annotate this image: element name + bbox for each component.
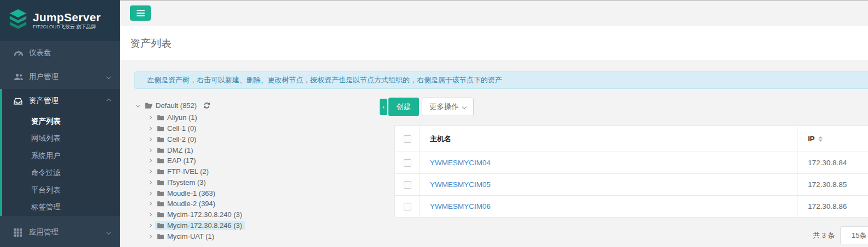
sidebar-toggle-button[interactable]: [130, 5, 151, 21]
row-checkbox[interactable]: [404, 203, 411, 210]
chevron-right-icon[interactable]: [148, 202, 152, 206]
tree-node-selected[interactable]: Mycim-172.30.8.246 (3): [137, 220, 377, 231]
ip-header[interactable]: IP: [798, 126, 868, 152]
chevron-up-icon: [107, 99, 111, 103]
sidebar-item-asset-list[interactable]: 资产列表: [2, 113, 120, 130]
hostname-link[interactable]: YWMESMYCIM05: [430, 180, 491, 189]
folder-icon: [157, 147, 164, 153]
sidebar-item-dashboard[interactable]: 仪表盘: [0, 41, 120, 65]
folder-open-icon: [145, 102, 153, 109]
refresh-icon[interactable]: [203, 102, 210, 109]
tree-node-body[interactable]: EAP (17): [155, 156, 199, 165]
tree-node-label: Mycim-172.30.8.246 (3): [167, 221, 242, 230]
sidebar-item-command-filter[interactable]: 命令过滤: [2, 165, 120, 182]
brand-text: JumpServer FIT2CLOUD飞致云 旗下品牌: [33, 11, 101, 30]
page-size-select[interactable]: 15条: [840, 226, 868, 244]
tree-node-label: Moudle-2 (394): [167, 200, 215, 208]
sidebar-item-asset-management[interactable]: 资产管理: [2, 89, 120, 113]
sidebar-item-domain-list[interactable]: 网域列表: [2, 130, 120, 148]
chevron-right-icon[interactable]: [148, 159, 152, 162]
tree-node-label: EAP (17): [167, 156, 196, 165]
jumpserver-logo-icon: [8, 8, 28, 33]
more-actions-button[interactable]: 更多操作: [422, 98, 474, 116]
chevron-right-icon[interactable]: [148, 213, 152, 216]
tree-node-body[interactable]: Cell-1 (0): [155, 124, 199, 133]
create-button[interactable]: 创建: [388, 98, 419, 116]
tree-node[interactable]: EAP (17): [137, 155, 377, 166]
chevron-down-icon: [107, 230, 111, 234]
chevron-down-icon[interactable]: [136, 103, 140, 107]
tree-node[interactable]: Mycim-172.30.8.240 (3): [137, 209, 377, 220]
tree-node-label: ITsystem (3): [167, 178, 206, 186]
hostname-link[interactable]: YWMESMYCIM04: [430, 159, 491, 167]
info-alert: 左侧是资产树，右击可以新建、删除、更改树节点，授权资产也是以节点方式组织的，右侧…: [134, 71, 868, 89]
tree-node-body[interactable]: Aliyun (1): [155, 113, 200, 122]
tree-node-body[interactable]: Mycim-UAT (1): [155, 232, 217, 241]
sidebar-section-assets: 资产管理 资产列表 网域列表 系统用户 命令过滤 平台列表 标签管理: [0, 89, 120, 216]
sidebar-item-app-management[interactable]: 应用管理: [0, 220, 120, 244]
tree-node-label: Cell-2 (0): [167, 135, 196, 143]
sidebar-item-label: 资产管理: [29, 96, 107, 106]
tree-node-label: Mycim-UAT (1): [167, 232, 214, 240]
sidebar-item-platform-list[interactable]: 平台列表: [2, 182, 120, 199]
tree-node[interactable]: ITsystem (3): [137, 177, 377, 188]
tree-node-body[interactable]: Mycim-172.30.8.246 (3): [155, 221, 245, 230]
table-row: YWMESMYCIM05 172.30.8.85: [395, 174, 868, 196]
select-all-checkbox[interactable]: [404, 135, 411, 143]
total-count-label: 共 3 条: [813, 231, 835, 240]
chevron-right-icon[interactable]: [148, 191, 152, 195]
chevron-right-icon[interactable]: [148, 148, 152, 152]
tree-node[interactable]: Cell-2 (0): [137, 134, 377, 145]
table-header-row: 主机名 IP: [395, 126, 868, 152]
apps-icon: [14, 228, 23, 237]
sidebar-item-system-users[interactable]: 系统用户: [2, 147, 120, 165]
page-heading: 资产列表: [120, 26, 868, 60]
tree-node-label: FTP-IVEL (2): [167, 167, 209, 176]
tree-node[interactable]: Moudle-1 (363): [137, 188, 377, 198]
tree-node-body[interactable]: DMZ (1): [155, 146, 196, 155]
folder-icon: [157, 222, 164, 228]
chevron-right-icon[interactable]: [148, 116, 152, 119]
tree-node[interactable]: DMZ (1): [137, 144, 377, 155]
tree-node-label: DMZ (1): [167, 146, 193, 154]
tree-node-body[interactable]: Cell-2 (0): [155, 135, 199, 144]
tree-node[interactable]: Aliyun (1): [137, 112, 377, 123]
tree-node-body[interactable]: Moudle-1 (363): [155, 189, 218, 198]
tree-node-root[interactable]: Default (852): [137, 98, 377, 112]
tree-node[interactable]: Mycim-UAT (1): [137, 231, 377, 242]
brand-header: JumpServer FIT2CLOUD飞致云 旗下品牌: [0, 0, 120, 41]
chevron-right-icon[interactable]: [148, 170, 152, 173]
tree-collapse-button[interactable]: ‹: [380, 99, 387, 115]
chevron-down-icon: [107, 75, 111, 79]
tree-node-body[interactable]: Mycim-172.30.8.240 (3): [155, 210, 245, 219]
sidebar-item-label: 应用管理: [29, 227, 107, 237]
hostname-link[interactable]: YWMESMYCIM06: [430, 202, 491, 210]
sidebar-item-users[interactable]: 用户管理: [0, 65, 120, 89]
table-row: YWMESMYCIM06 172.30.8.86: [395, 196, 868, 218]
folder-icon: [157, 201, 164, 207]
tree-node[interactable]: Moudle-2 (394): [137, 198, 377, 209]
sidebar: JumpServer FIT2CLOUD飞致云 旗下品牌 仪表盘 用户管理 资产…: [0, 0, 120, 247]
tree-node-body[interactable]: Moudle-2 (394): [155, 199, 218, 208]
select-all-cell: [395, 126, 420, 152]
chevron-right-icon[interactable]: [148, 180, 152, 184]
chevron-right-icon[interactable]: [148, 137, 152, 141]
tree-node-body[interactable]: Default (852): [143, 101, 199, 110]
tree-node-body[interactable]: FTP-IVEL (2): [155, 167, 211, 176]
content-area: 左侧是资产树，右击可以新建、删除、更改树节点，授权资产也是以节点方式组织的，右侧…: [120, 60, 868, 247]
tree-node[interactable]: Cell-1 (0): [137, 123, 377, 134]
row-checkbox[interactable]: [404, 159, 411, 167]
table-row: YWMESMYCIM04 172.30.8.84: [395, 152, 868, 174]
sidebar-item-label-management[interactable]: 标签管理: [2, 199, 120, 216]
tree-node-body[interactable]: ITsystem (3): [155, 178, 209, 187]
row-checkbox[interactable]: [404, 181, 411, 189]
sort-icon[interactable]: [818, 136, 823, 142]
ip-cell: 172.30.8.85: [798, 174, 868, 196]
chevron-right-icon[interactable]: [148, 126, 152, 130]
tree-node-label: Mycim-172.30.8.240 (3): [167, 210, 242, 219]
assets-icon: [14, 97, 23, 105]
hostname-header[interactable]: 主机名: [420, 126, 798, 152]
chevron-right-icon[interactable]: [148, 234, 152, 238]
chevron-right-icon[interactable]: [148, 224, 152, 227]
tree-node[interactable]: FTP-IVEL (2): [137, 166, 377, 177]
